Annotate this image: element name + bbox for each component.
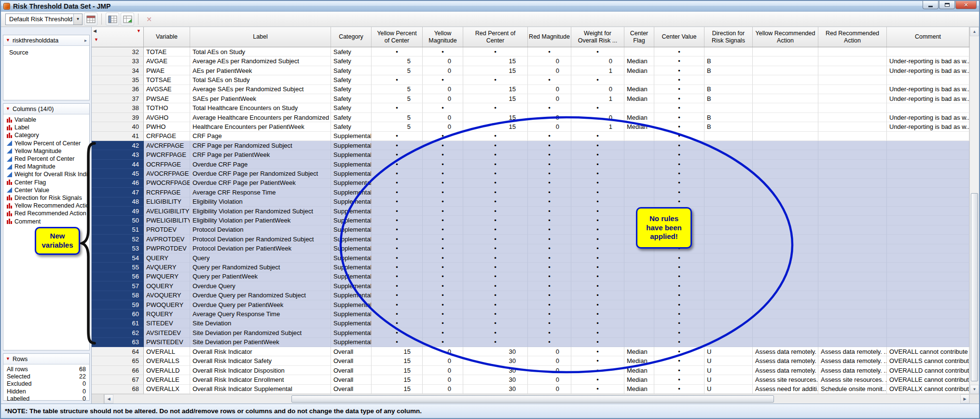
cell-comment[interactable] (887, 263, 969, 272)
cell-red-action[interactable]: Assess data remotely. ... (818, 366, 887, 375)
row-number[interactable]: 44 (92, 160, 144, 169)
cell-label[interactable]: Query (190, 253, 331, 263)
column-item[interactable]: Category (3, 131, 89, 139)
cell-red-percent[interactable]: • (463, 338, 528, 347)
cell-direction[interactable] (704, 300, 753, 309)
cell-center-flag[interactable] (624, 179, 654, 188)
cell-category[interactable]: Supplemental (331, 141, 372, 150)
cell-comment[interactable]: OVERALLX cannot contribut... (887, 385, 969, 394)
cell-red-action[interactable] (818, 160, 887, 169)
cell-center-value[interactable]: • (654, 47, 704, 56)
cell-variable[interactable]: SITEDEV (144, 319, 190, 328)
column-item[interactable]: Variable (3, 116, 89, 124)
cell-red-magnitude[interactable]: • (528, 197, 571, 207)
cell-red-action[interactable] (818, 56, 887, 66)
cell-red-percent[interactable]: 15 (463, 56, 528, 66)
vertical-scroll-track[interactable] (970, 36, 979, 385)
cell-red-percent[interactable]: • (463, 132, 528, 141)
cell-center-flag[interactable]: Median (624, 385, 654, 394)
columns-menu-icon[interactable]: ▼ (6, 107, 10, 111)
cell-red-action[interactable] (818, 225, 887, 235)
cell-red-magnitude[interactable]: • (528, 47, 571, 56)
cell-label[interactable]: Overall Risk Indicator Supplemental (190, 385, 331, 394)
cell-center-flag[interactable]: Median (624, 113, 654, 122)
cell-direction[interactable] (704, 328, 753, 337)
cell-weight[interactable]: • (571, 291, 624, 300)
cell-comment[interactable] (887, 253, 969, 263)
cell-red-percent[interactable]: • (463, 300, 528, 309)
cell-category[interactable]: Overall (331, 347, 372, 356)
cell-yellow-action[interactable]: Assess data remotely. ... (753, 347, 818, 356)
row-number[interactable]: 65 (92, 356, 144, 365)
cell-center-flag[interactable] (624, 188, 654, 197)
column-header-center-flag[interactable]: Center Flag (624, 27, 654, 47)
cell-center-flag[interactable]: Median (624, 366, 654, 375)
column-header-yellow-magnitude[interactable]: Yellow Magnitude (423, 27, 463, 47)
cell-center-flag[interactable] (624, 235, 654, 244)
cell-label[interactable]: Eligibility Violation per Randomized Sub… (190, 207, 331, 216)
cell-center-flag[interactable] (624, 150, 654, 159)
cell-yellow-percent[interactable]: • (372, 207, 423, 216)
cell-weight[interactable]: • (571, 75, 624, 84)
cell-red-action[interactable] (818, 66, 887, 75)
cell-red-action[interactable] (818, 197, 887, 207)
cell-yellow-percent[interactable]: • (372, 197, 423, 207)
cell-red-percent[interactable]: • (463, 319, 528, 328)
cell-yellow-percent[interactable]: 15 (372, 375, 423, 384)
cell-red-magnitude[interactable]: 0 (528, 122, 571, 131)
cell-center-flag[interactable]: Median (624, 122, 654, 131)
cell-red-action[interactable] (818, 281, 887, 291)
cell-yellow-action[interactable] (753, 225, 818, 235)
cell-yellow-action[interactable] (753, 56, 818, 66)
cell-yellow-magnitude[interactable]: • (423, 272, 463, 281)
cell-category[interactable]: Supplemental (331, 188, 372, 197)
cell-red-action[interactable] (818, 338, 887, 347)
cell-red-magnitude[interactable]: 0 (528, 375, 571, 384)
cell-center-flag[interactable] (624, 272, 654, 281)
cell-red-percent[interactable]: 15 (463, 94, 528, 103)
cell-weight[interactable]: • (571, 366, 624, 375)
cell-category[interactable]: Safety (331, 75, 372, 84)
cell-weight[interactable]: • (571, 150, 624, 159)
cell-center-value[interactable]: • (654, 281, 704, 291)
column-header-direction[interactable]: Direction for Risk Signals (704, 27, 753, 47)
cell-comment[interactable] (887, 179, 969, 188)
cell-variable[interactable]: PWSITEDEV (144, 338, 190, 347)
cell-label[interactable]: Eligibility Violation per PatientWeek (190, 216, 331, 225)
cell-weight[interactable]: • (571, 160, 624, 169)
cell-yellow-action[interactable] (753, 132, 818, 141)
cell-comment[interactable]: Under-reporting is bad as w... (887, 94, 969, 103)
cell-red-magnitude[interactable]: • (528, 132, 571, 141)
cell-red-percent[interactable]: 15 (463, 66, 528, 75)
cell-red-percent[interactable]: • (463, 160, 528, 169)
cell-category[interactable]: Supplemental (331, 150, 372, 159)
cell-direction[interactable] (704, 309, 753, 319)
cell-label[interactable]: CRF Page per PatientWeek (190, 150, 331, 159)
cell-weight[interactable]: • (571, 103, 624, 112)
scroll-right-button[interactable]: ▶ (960, 394, 969, 404)
cell-label[interactable]: Protocol Deviation per Randomized Subjec… (190, 235, 331, 244)
cell-yellow-percent[interactable]: 15 (372, 347, 423, 356)
cell-center-flag[interactable] (624, 207, 654, 216)
cell-weight[interactable]: • (571, 385, 624, 394)
cell-yellow-magnitude[interactable]: 0 (423, 122, 463, 131)
cell-weight[interactable]: • (571, 319, 624, 328)
cell-direction[interactable]: B (704, 113, 753, 122)
cell-weight[interactable]: • (571, 188, 624, 197)
cell-red-percent[interactable]: 15 (463, 85, 528, 94)
cell-yellow-percent[interactable]: 15 (372, 356, 423, 365)
scroll-left-button[interactable]: ◀ (104, 394, 113, 404)
cell-red-action[interactable] (818, 328, 887, 337)
risk-threshold-preset-dropdown[interactable]: Default Risk Threshold ▼ (5, 14, 83, 25)
cell-variable[interactable]: AVGHO (144, 113, 190, 122)
cell-red-magnitude[interactable]: • (528, 169, 571, 178)
row-number[interactable]: 59 (92, 300, 144, 309)
cell-category[interactable]: Supplemental (331, 319, 372, 328)
cell-center-flag[interactable] (624, 338, 654, 347)
column-header-weight[interactable]: Weight for Overall Risk ... (571, 27, 624, 47)
cell-yellow-magnitude[interactable]: • (423, 132, 463, 141)
cell-center-flag[interactable] (624, 281, 654, 291)
cell-yellow-action[interactable] (753, 328, 818, 337)
cell-red-action[interactable] (818, 169, 887, 178)
cell-label[interactable]: Site Deviation per Randomized Subject (190, 328, 331, 337)
